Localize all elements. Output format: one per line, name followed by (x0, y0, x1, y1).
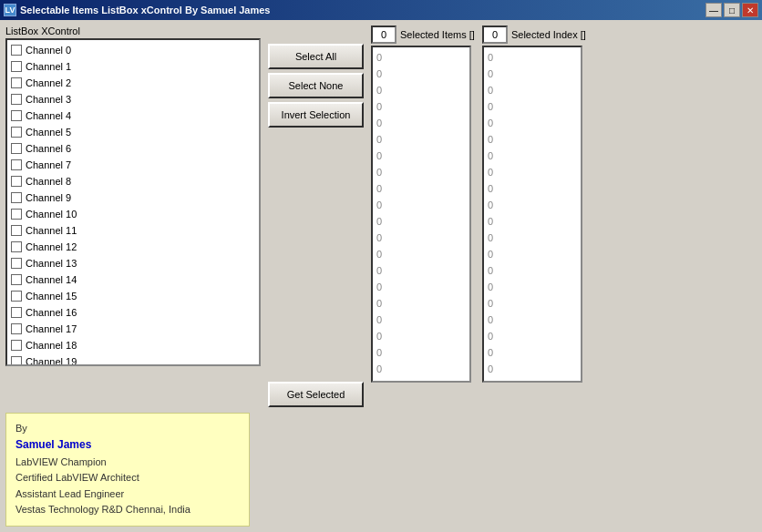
list-item[interactable]: Channel 2 (9, 75, 257, 91)
listbox-checkbox[interactable] (11, 241, 22, 252)
listbox-item-label: Channel 10 (26, 209, 77, 220)
list-item: 0 (486, 115, 579, 131)
listbox-item-label: Channel 14 (26, 274, 77, 285)
listbox-checkbox[interactable] (11, 258, 22, 269)
list-item[interactable]: Channel 11 (9, 222, 257, 239)
listbox-checkbox[interactable] (11, 192, 22, 203)
window-icon: LV (4, 4, 16, 16)
listbox-item-label: Channel 18 (26, 340, 77, 351)
listbox-item-label: Channel 16 (26, 307, 77, 318)
selected-index-list[interactable]: 00000000000000000000 (482, 46, 582, 383)
list-item: 0 (486, 164, 579, 180)
minimize-button[interactable]: — (705, 3, 722, 17)
list-item: 0 (486, 66, 579, 82)
list-item: 0 (375, 262, 468, 279)
list-item[interactable]: Channel 3 (9, 91, 257, 107)
list-item: 0 (375, 295, 468, 312)
list-item: 0 (486, 197, 579, 213)
list-item[interactable]: Channel 16 (9, 304, 257, 321)
listbox-checkbox[interactable] (11, 45, 22, 56)
list-item: 0 (375, 82, 468, 98)
listbox-checkbox[interactable] (11, 143, 22, 154)
selected-items-header: 0 Selected Items [] (371, 26, 475, 44)
listbox-item-label: Channel 2 (26, 77, 71, 88)
list-item[interactable]: Channel 10 (9, 206, 257, 222)
middle-buttons: Select All Select None Invert Selection … (268, 26, 364, 407)
list-item[interactable]: Channel 12 (9, 239, 257, 255)
list-item: 0 (486, 328, 579, 344)
author-name: Samuel James (15, 436, 240, 454)
maximize-button[interactable]: □ (724, 3, 740, 17)
listbox-checkbox[interactable] (11, 291, 22, 302)
listbox-item-label: Channel 1 (26, 61, 71, 72)
listbox-item-label: Channel 3 (26, 94, 71, 105)
listbox-checkbox[interactable] (11, 127, 22, 138)
list-item[interactable]: Channel 1 (9, 58, 257, 75)
list-item: 0 (486, 98, 579, 115)
listbox-checkbox[interactable] (11, 307, 22, 318)
list-item[interactable]: Channel 6 (9, 140, 257, 157)
selected-items-list[interactable]: 00000000000000000000 (371, 46, 471, 383)
close-button[interactable]: ✕ (742, 3, 758, 17)
list-item[interactable]: Channel 5 (9, 124, 257, 140)
list-item[interactable]: Channel 17 (9, 321, 257, 337)
listbox-checkbox[interactable] (11, 225, 22, 236)
listbox-checkbox[interactable] (11, 340, 22, 351)
invert-selection-button[interactable]: Invert Selection (268, 102, 364, 128)
listbox-label: ListBox XControl (5, 26, 261, 36)
author-card: By Samuel James LabVIEW Champion Certifi… (5, 413, 250, 527)
list-item[interactable]: Channel 0 (9, 42, 257, 58)
list-item[interactable]: Channel 8 (9, 173, 257, 189)
list-item: 0 (375, 49, 468, 66)
selected-index-header: 0 Selected Index [] (482, 26, 586, 44)
list-item: 0 (375, 197, 468, 213)
listbox-checkbox[interactable] (11, 94, 22, 105)
listbox-checkbox[interactable] (11, 159, 22, 170)
listbox-checkbox[interactable] (11, 356, 22, 364)
list-item[interactable]: Channel 9 (9, 189, 257, 206)
list-item: 0 (375, 344, 468, 361)
list-item: 0 (486, 230, 579, 246)
listbox-checkbox[interactable] (11, 209, 22, 220)
list-item: 0 (375, 213, 468, 230)
listbox-checkbox[interactable] (11, 110, 22, 121)
list-item: 0 (486, 279, 579, 295)
list-item[interactable]: Channel 15 (9, 288, 257, 304)
listbox-checkbox[interactable] (11, 274, 22, 285)
listbox-item-label: Channel 17 (26, 323, 77, 334)
listbox-panel: ListBox XControl Channel 0Channel 1Chann… (5, 26, 261, 407)
author-line1: LabVIEW Champion (15, 455, 240, 471)
author-line3: Assistant Lead Engineer (15, 486, 240, 503)
list-item: 0 (486, 262, 579, 279)
list-item[interactable]: Channel 13 (9, 255, 257, 271)
listbox-item-label: Channel 12 (26, 241, 77, 252)
select-none-button[interactable]: Select None (268, 73, 364, 98)
listbox-checkbox[interactable] (11, 176, 22, 187)
selected-index-panel: 0 Selected Index [] 00000000000000000000 (482, 26, 586, 407)
list-item: 0 (486, 246, 579, 262)
list-item[interactable]: Channel 19 (9, 353, 257, 364)
list-item[interactable]: Channel 18 (9, 337, 257, 353)
listbox-checkbox[interactable] (11, 61, 22, 72)
main-window: ListBox XControl Channel 0Channel 1Chann… (0, 20, 762, 532)
listbox-checkbox[interactable] (11, 323, 22, 334)
list-item: 0 (375, 148, 468, 164)
selected-index-label: Selected Index [] (511, 29, 586, 40)
list-item: 0 (486, 180, 579, 197)
selected-items-label: Selected Items [] (400, 29, 475, 40)
listbox-inner[interactable]: Channel 0Channel 1Channel 2Channel 3Chan… (7, 40, 259, 364)
list-item[interactable]: Channel 7 (9, 157, 257, 173)
top-section: ListBox XControl Channel 0Channel 1Chann… (5, 26, 757, 407)
list-item: 0 (486, 49, 579, 66)
list-item: 0 (375, 66, 468, 82)
list-item: 0 (486, 131, 579, 148)
listbox-item-label: Channel 7 (26, 159, 71, 170)
get-selected-button[interactable]: Get Selected (268, 382, 364, 407)
by-label: By (15, 421, 240, 437)
list-item[interactable]: Channel 14 (9, 271, 257, 288)
list-item: 0 (486, 148, 579, 164)
select-all-button[interactable]: Select All (268, 44, 364, 69)
listbox-item-label: Channel 8 (26, 176, 71, 187)
list-item[interactable]: Channel 4 (9, 107, 257, 124)
listbox-checkbox[interactable] (11, 77, 22, 88)
